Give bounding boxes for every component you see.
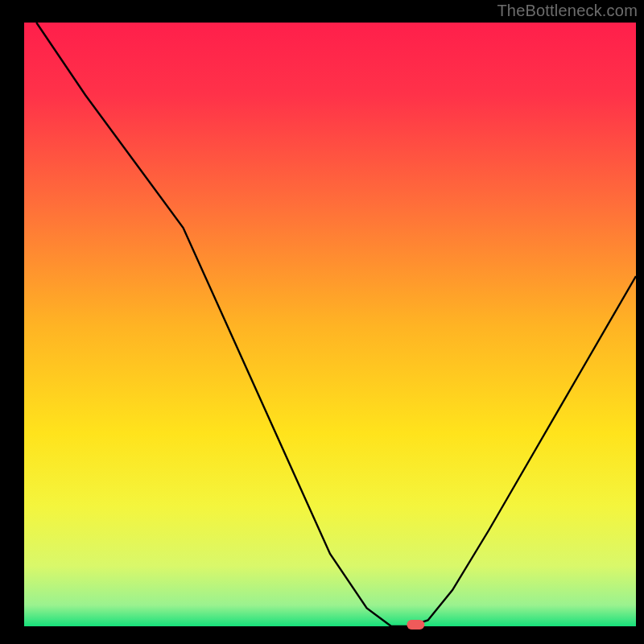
optimal-marker — [407, 620, 424, 630]
chart-container: TheBottleneck.com — [0, 0, 644, 644]
plot-background — [24, 23, 636, 626]
watermark-text: TheBottleneck.com — [497, 2, 638, 20]
bottleneck-chart — [0, 0, 644, 644]
